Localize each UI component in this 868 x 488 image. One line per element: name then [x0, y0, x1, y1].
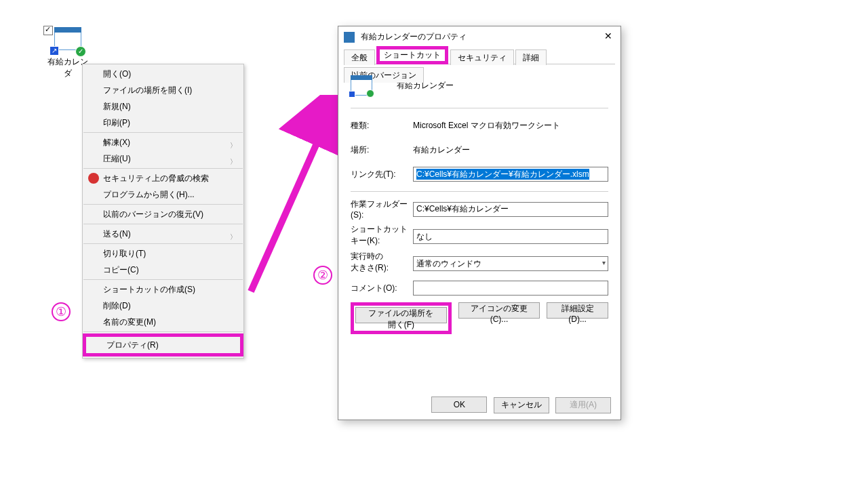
menu-restore-previous[interactable]: 以前のバージョンの復元(V): [83, 206, 243, 222]
tab-security[interactable]: セキュリティ: [450, 49, 514, 65]
tab-shortcut[interactable]: ショートカット: [376, 46, 448, 64]
target-input[interactable]: C:¥Cells¥有給カレンダー¥有給カレンダー.xlsm: [413, 167, 608, 182]
dialog-title: 有給カレンダーのプロパティ: [361, 32, 467, 41]
menu-open-with[interactable]: プログラムから開く(H)...: [83, 186, 243, 203]
dialog-footer: OK キャンセル 適用(A): [338, 391, 620, 420]
context-menu: 開く(O) ファイルの場所を開く(I) 新規(N) 印刷(P) 解凍(X)〉 圧…: [82, 64, 244, 359]
change-icon-button[interactable]: アイコンの変更(C)...: [458, 302, 540, 319]
calendar-icon: [351, 75, 372, 96]
run-size-label: 実行時の: [351, 251, 383, 261]
menu-new[interactable]: 新規(N): [83, 98, 243, 115]
annotation-highlight-properties: プロパティ(R): [83, 333, 243, 357]
close-button[interactable]: ✕: [600, 29, 616, 44]
workdir-label: 作業フォルダー(S):: [351, 199, 413, 220]
annotation-highlight-open-location: ファイルの場所を開く(F): [351, 302, 452, 334]
menu-open-file-location[interactable]: ファイルの場所を開く(I): [83, 82, 243, 98]
annotation-arrow: [244, 95, 353, 298]
menu-rename[interactable]: 名前の変更(M): [83, 314, 243, 330]
apply-button[interactable]: 適用(A): [555, 397, 611, 413]
chevron-right-icon: 〉: [230, 154, 237, 170]
run-size-select[interactable]: [413, 256, 608, 271]
cancel-button[interactable]: キャンセル: [494, 397, 549, 413]
menu-copy[interactable]: コピー(C): [83, 262, 243, 278]
annotation-step-1: ①: [52, 302, 71, 321]
menu-send-to[interactable]: 送る(N)〉: [83, 226, 243, 242]
location-value: 有給カレンダー: [413, 144, 608, 156]
menu-compress[interactable]: 圧縮(U)〉: [83, 150, 243, 167]
menu-open[interactable]: 開く(O): [83, 66, 243, 82]
menu-thaw[interactable]: 解凍(X)〉: [83, 134, 243, 150]
menu-properties[interactable]: プロパティ(R): [86, 337, 240, 353]
menu-cut[interactable]: 切り取り(T): [83, 245, 243, 262]
shortcut-key-input[interactable]: [413, 229, 608, 244]
calendar-shortcut-icon: ↗ ✓: [51, 26, 85, 54]
menu-print[interactable]: 印刷(P): [83, 115, 243, 131]
tab-general[interactable]: 全般: [344, 49, 375, 65]
shortcut-key-label: ショートカット: [351, 224, 408, 234]
menu-delete[interactable]: 削除(D): [83, 298, 243, 314]
menu-security-scan[interactable]: セキュリティ上の脅威の検索: [83, 170, 243, 186]
chevron-right-icon: 〉: [230, 229, 237, 245]
target-label: リンク先(T):: [351, 169, 413, 180]
menu-create-shortcut[interactable]: ショートカットの作成(S): [83, 281, 243, 298]
location-label: 場所:: [351, 144, 413, 156]
shield-icon: [88, 173, 99, 184]
advanced-button[interactable]: 詳細設定(D)...: [547, 302, 608, 319]
type-value: Microsoft Excel マクロ有効ワークシート: [413, 120, 608, 131]
svg-line-0: [251, 108, 332, 291]
annotation-step-2: ②: [313, 266, 332, 285]
type-label: 種類:: [351, 120, 413, 131]
comment-input[interactable]: [413, 281, 608, 296]
calendar-icon: [344, 32, 355, 43]
dialog-tabs: 全般 ショートカット セキュリティ 詳細 以前のバージョン: [344, 48, 615, 64]
dialog-titlebar[interactable]: 有給カレンダーのプロパティ ✕: [338, 26, 620, 47]
open-file-location-button[interactable]: ファイルの場所を開く(F): [355, 307, 447, 323]
properties-dialog: 有給カレンダーのプロパティ ✕ 全般 ショートカット セキュリティ 詳細 以前の…: [338, 26, 621, 420]
workdir-input[interactable]: [413, 202, 608, 217]
tab-details[interactable]: 詳細: [515, 49, 547, 65]
ok-button[interactable]: OK: [431, 396, 487, 413]
comment-label: コメント(O):: [351, 283, 413, 294]
